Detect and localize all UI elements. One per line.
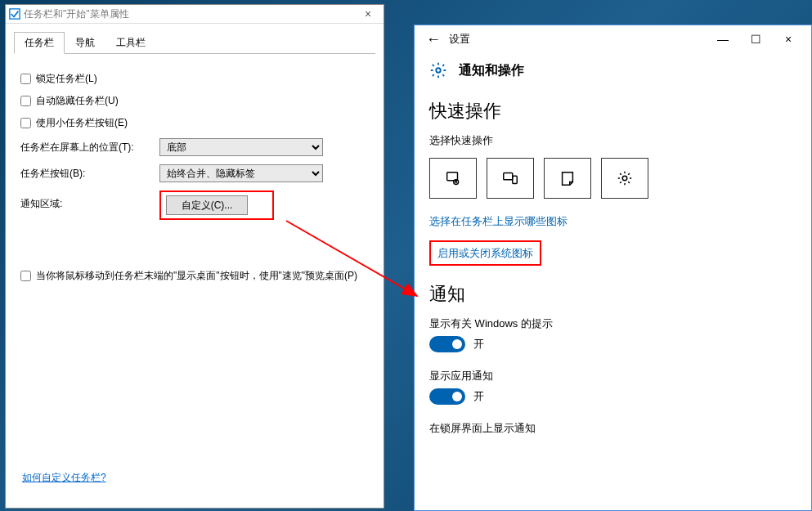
quick-action-tiles [429,158,796,199]
tab-taskbar[interactable]: 任务栏 [14,32,65,54]
small-buttons-label: 使用小任务栏按钮(E) [36,116,128,130]
svg-rect-4 [504,173,513,180]
settings-window: ← 设置 — ☐ × 通知和操作 快速操作 选择快速操作 [414,25,812,511]
lock-screen-notify-row: 在锁屏界面上显示通知 [429,421,796,436]
qa-tile-tablet[interactable] [429,158,477,199]
tab-navigation[interactable]: 导航 [65,32,105,53]
buttons-row: 任务栏按钮(B): 始终合并、隐藏标签 [20,164,369,182]
close-button[interactable]: × [356,7,380,20]
peek-label: 当你将鼠标移动到任务栏末端的"显示桌面"按钮时，使用"速览"预览桌面(P) [36,269,357,283]
close-button[interactable]: × [772,33,805,46]
help-link[interactable]: 如何自定义任务栏? [22,471,106,485]
app-notify-label: 显示应用通知 [429,369,796,383]
settings-header-title: 通知和操作 [459,62,524,79]
svg-point-6 [622,176,627,181]
qa-tile-note[interactable] [544,158,591,199]
settings-header: 通知和操作 [415,53,811,92]
notifications-heading: 通知 [429,282,796,307]
app-icon [9,8,20,20]
autohide-row: 自动隐藏任务栏(U) [20,94,369,108]
link-system-icons[interactable]: 启用或关闭系统图标 [437,246,533,261]
small-buttons-checkbox[interactable] [20,118,31,128]
quick-actions-heading: 快速操作 [429,99,796,123]
lock-taskbar-label: 锁定任务栏(L) [36,72,97,86]
qa-tile-connect[interactable] [487,158,534,199]
peek-row: 当你将鼠标移动到任务栏末端的"显示桌面"按钮时，使用"速览"预览桌面(P) [20,269,369,283]
app-notify-state: 开 [473,389,484,404]
lock-screen-notify-label: 在锁屏界面上显示通知 [429,421,796,436]
small-buttons-row: 使用小任务栏按钮(E) [20,116,369,130]
settings-titlebar-title: 设置 [449,32,707,47]
taskbar-properties-dialog: 任务栏和"开始"菜单属性 × 任务栏 导航 工具栏 锁定任务栏(L) 自动隐藏任… [5,4,384,509]
notify-area-label: 通知区域: [20,191,159,211]
position-row: 任务栏在屏幕上的位置(T): 底部 [20,138,369,156]
settings-titlebar: ← 设置 — ☐ × [415,25,811,53]
quick-actions-section: 快速操作 选择快速操作 选择在任务栏上显示哪些图标 启用或关闭系统图标 [415,92,811,269]
back-button[interactable]: ← [426,31,441,48]
svg-point-1 [436,68,441,73]
app-notify-row: 显示应用通知 开 [429,369,796,408]
lock-taskbar-checkbox[interactable] [20,74,31,84]
quick-actions-sub: 选择快速操作 [429,133,796,148]
notifications-section: 通知 显示有关 Windows 的提示 开 显示应用通知 开 在锁屏界面上显示通… [415,276,811,444]
windows-tips-label: 显示有关 Windows 的提示 [429,316,796,331]
tab-toolbars[interactable]: 工具栏 [105,32,156,53]
customize-highlight: 自定义(C)... [159,191,274,220]
dialog-title: 任务栏和"开始"菜单属性 [24,7,356,21]
position-label: 任务栏在屏幕上的位置(T): [20,141,159,155]
autohide-checkbox[interactable] [20,96,31,106]
windows-tips-row: 显示有关 Windows 的提示 开 [429,316,796,356]
peek-checkbox[interactable] [20,271,31,281]
lock-taskbar-row: 锁定任务栏(L) [20,72,369,86]
svg-rect-5 [513,176,518,183]
autohide-label: 自动隐藏任务栏(U) [36,94,119,108]
app-notify-toggle[interactable]: 开 [429,388,484,405]
qa-tile-settings[interactable] [601,158,648,199]
minimize-button[interactable]: — [707,33,739,46]
tab-panel: 锁定任务栏(L) 自动隐藏任务栏(U) 使用小任务栏按钮(E) 任务栏在屏幕上的… [6,54,384,299]
windows-tips-state: 开 [473,337,484,352]
customize-button[interactable]: 自定义(C)... [166,195,248,215]
windows-tips-toggle[interactable]: 开 [429,336,484,352]
gear-icon [429,61,447,79]
link-highlight: 启用或关闭系统图标 [429,240,541,266]
link-choose-icons[interactable]: 选择在任务栏上显示哪些图标 [429,214,568,229]
notify-area-row: 通知区域: 自定义(C)... [20,191,369,220]
position-select[interactable]: 底部 [159,138,323,156]
maximize-button[interactable]: ☐ [739,33,772,46]
dialog-titlebar: 任务栏和"开始"菜单属性 × [6,5,384,24]
buttons-label: 任务栏按钮(B): [20,167,159,181]
buttons-select[interactable]: 始终合并、隐藏标签 [159,164,323,182]
tab-strip: 任务栏 导航 工具栏 [14,32,375,54]
